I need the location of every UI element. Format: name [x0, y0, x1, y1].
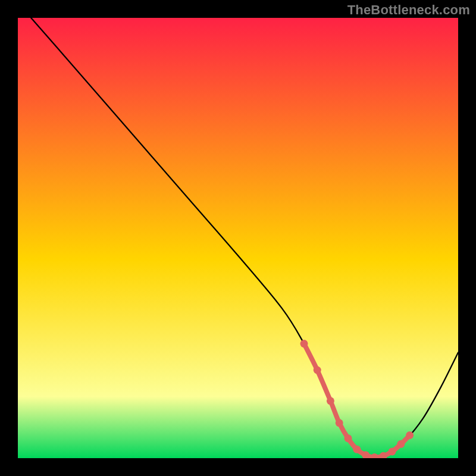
optimal-marker-dot	[406, 431, 414, 439]
plot-area	[18, 18, 458, 458]
optimal-marker-dot	[314, 367, 321, 374]
watermark-text: TheBottleneck.com	[347, 2, 470, 18]
chart-svg	[18, 18, 458, 458]
optimal-marker-dot	[300, 340, 308, 347]
optimal-marker-dot	[397, 440, 405, 448]
optimal-marker-dot	[327, 397, 334, 405]
optimal-marker-dot	[353, 446, 361, 453]
gradient-bg	[18, 18, 458, 458]
chart-frame: TheBottleneck.com	[0, 0, 476, 476]
optimal-marker-dot	[336, 419, 343, 427]
optimal-marker-dot	[389, 447, 396, 455]
optimal-marker-dot	[345, 434, 352, 442]
